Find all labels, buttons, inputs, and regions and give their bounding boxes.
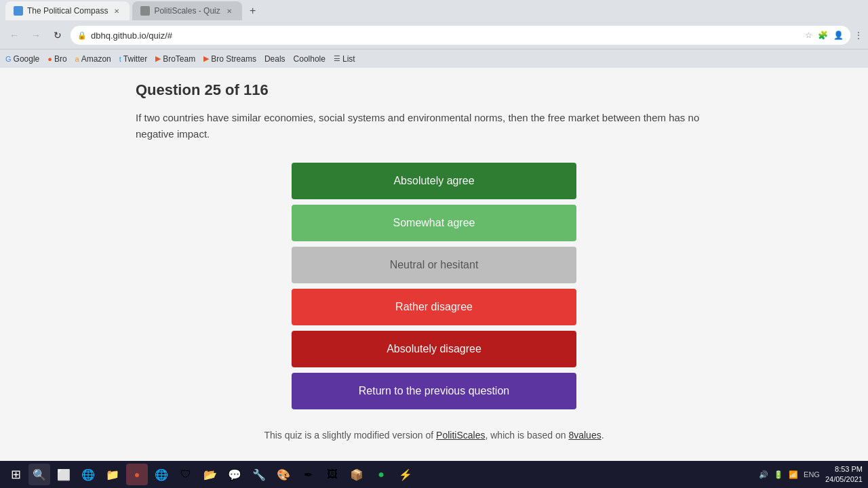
start-button[interactable]: ⊞ [5,464,26,485]
brostreams-icon: ▶ [203,54,209,63]
taskbar-tool4[interactable]: 🖼 [321,464,343,485]
back-button[interactable]: ← [5,26,23,44]
address-text: dbhq.github.io/quiz/# [91,30,172,41]
folder-icon: 📂 [203,468,217,481]
taskbar-right: 🔊 🔋 📶 ENG 8:53 PM 24/05/2021 [759,464,863,485]
neutral-label: Neutral or hesitant [390,259,479,270]
bookmark-google-label: Google [14,54,40,64]
absolutely-agree-button[interactable]: Absolutely agree [292,163,576,199]
tab1-favicon [14,6,23,16]
taskbar-shield[interactable]: 🛡 [175,464,197,485]
absolutely-disagree-label: Absolutely disagree [387,343,481,354]
tab2-close[interactable]: ✕ [224,6,234,16]
address-bar-actions: ☆ 🧩 👤 [805,30,844,40]
extensions-icon[interactable]: 🧩 [818,30,828,40]
neutral-button[interactable]: Neutral or hesitant [292,247,576,283]
bookmark-bro[interactable]: ● Bro [47,54,66,64]
taskbar: ⊞ 🔍 ⬜ 🌐 📁 ● 🌐 🛡 📂 💬 🔧 🎨 ✒ 🖼 📦 ● [0,461,868,488]
battery-icon: 🔋 [774,470,783,479]
taskbar-file-explorer[interactable]: 📁 [102,464,123,485]
bro-icon: ● [47,55,52,63]
taskbar-chat[interactable]: 💬 [224,464,245,485]
taskbar-browser[interactable]: 🌐 [151,464,172,485]
eightvalues-link[interactable]: 8values [568,430,601,441]
rather-disagree-button[interactable]: Rather disagree [292,289,576,325]
list-icon: ☰ [334,54,340,63]
footer-text-before: This quiz is a slightly modified version… [264,430,436,441]
taskbar-tool5[interactable]: 📦 [346,464,368,485]
tab2-label: PolitiScales - Quiz [154,6,220,16]
reload-button[interactable]: ↻ [49,26,66,44]
taskbar-search[interactable]: 🔍 [28,464,50,485]
taskbar-folder[interactable]: 📂 [199,464,221,485]
answers-container: Absolutely agree Somewhat agree Neutral … [292,163,576,409]
edge-icon: 🌐 [81,468,95,481]
return-label: Return to the previous question [359,385,509,396]
content-wrapper: Question 25 of 116 If two countries have… [108,81,760,441]
tool2-icon: 🎨 [277,468,290,481]
politiscales-link[interactable]: PolitiScales [436,430,485,441]
address-bar[interactable]: 🔒 dbhq.github.io/quiz/# ☆ 🧩 👤 [71,26,850,45]
search-icon: 🔍 [33,468,46,481]
tab-politiscales[interactable]: PolitiScales - Quiz ✕ [132,1,241,20]
bookmark-bro-label: Bro [54,54,67,64]
taskbar-tool2[interactable]: 🎨 [273,464,294,485]
page-content: Question 25 of 116 If two countries have… [0,68,868,461]
chat-icon: 💬 [228,468,241,481]
bookmark-deals-label: Deals [264,54,285,64]
taskbar-edge[interactable]: 🌐 [77,464,99,485]
taskview-icon: ⬜ [57,468,71,481]
bookmark-list[interactable]: ☰ List [334,54,355,64]
question-number: Question 25 of 116 [136,81,732,99]
clock-time: 8:53 PM [825,464,863,474]
taskbar-app1[interactable]: ● [126,464,148,485]
network-icon: 📶 [789,470,798,479]
bookmark-coolhole-label: Coolhole [294,54,326,64]
taskbar-tool1[interactable]: 🔧 [248,464,270,485]
bookmarks-bar: G Google ● Bro a Amazon t Twitter ▶ BroT… [0,49,868,68]
footer-text: This quiz is a slightly modified version… [136,430,732,441]
taskbar-app2[interactable]: ⚡ [395,464,416,485]
amazon-icon: a [75,55,79,63]
tab1-close[interactable]: ✕ [112,6,121,16]
browser-chrome: The Political Compass ✕ PolitiScales - Q… [0,0,868,68]
address-bar-row: ← → ↻ 🔒 dbhq.github.io/quiz/# ☆ 🧩 👤 ⋮ [0,22,868,49]
taskbar-clock: 8:53 PM 24/05/2021 [825,464,863,485]
file-explorer-icon: 📁 [106,468,119,481]
profile-icon[interactable]: 👤 [833,30,844,40]
bookmark-broteam[interactable]: ▶ BroTeam [155,54,195,64]
forward-button[interactable]: → [27,26,45,44]
somewhat-agree-button[interactable]: Somewhat agree [292,205,576,241]
bookmark-brostreams[interactable]: ▶ Bro Streams [203,54,256,64]
menu-icon[interactable]: ⋮ [854,30,863,40]
tab2-favicon [140,6,150,16]
bookmark-amazon[interactable]: a Amazon [75,54,111,64]
browser-icon: 🌐 [155,468,168,481]
tool4-icon: 🖼 [327,468,338,481]
absolutely-disagree-button[interactable]: Absolutely disagree [292,331,576,367]
tab1-label: The Political Compass [27,6,108,16]
taskbar-taskview[interactable]: ⬜ [53,464,75,485]
bookmark-amazon-label: Amazon [81,54,111,64]
app2-icon: ⚡ [399,468,412,481]
bookmark-brostreams-label: Bro Streams [211,54,256,64]
volume-icon[interactable]: 🔊 [759,470,768,479]
star-icon[interactable]: ☆ [805,30,812,40]
bookmark-coolhole[interactable]: Coolhole [294,54,326,64]
new-tab-button[interactable]: + [245,3,261,19]
tab-political-compass[interactable]: The Political Compass ✕ [5,1,130,20]
app1-icon: ● [134,469,140,480]
clock-date: 24/05/2021 [825,474,863,485]
tool3-icon: ✒ [304,468,313,481]
somewhat-agree-label: Somewhat agree [393,217,475,228]
bookmark-twitter[interactable]: t Twitter [119,54,147,64]
taskbar-spotify[interactable]: ● [370,464,392,485]
bookmark-deals[interactable]: Deals [264,54,285,64]
windows-icon: ⊞ [11,467,21,482]
taskbar-tool3[interactable]: ✒ [297,464,319,485]
footer-text-middle: , which is based on [485,430,568,441]
spotify-icon: ● [378,468,384,481]
browser-actions: ⋮ [854,30,863,40]
return-button[interactable]: Return to the previous question [292,373,576,409]
bookmark-google[interactable]: G Google [5,54,39,64]
